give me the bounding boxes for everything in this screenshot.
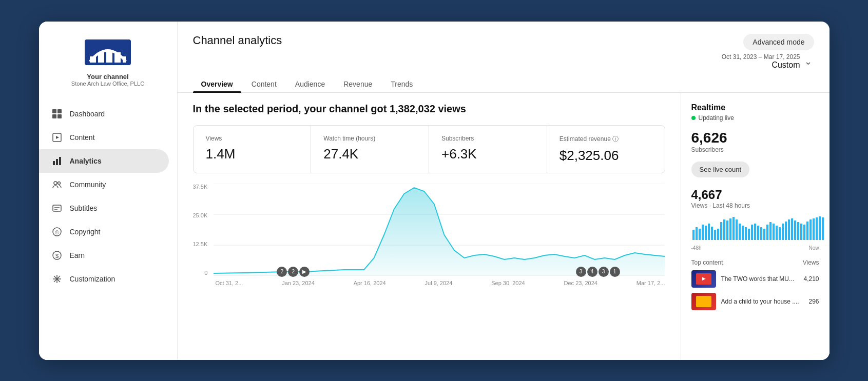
channel-logo (82, 37, 133, 68)
tab-revenue[interactable]: Revenue (335, 76, 380, 92)
svg-rect-17 (53, 205, 61, 211)
chart-badge-3b: 3 (599, 267, 609, 277)
stat-label-watchtime: Watch time (hours) (323, 135, 416, 142)
stat-card-subscribers: Subscribers +6.3K (429, 126, 547, 173)
tab-trends[interactable]: Trends (382, 76, 421, 92)
chart-badges-right: 3 4 3 1 (576, 267, 620, 277)
analytics-panel: In the selected period, your channel got… (178, 93, 681, 360)
mini-chart-labels: -48h Now (691, 245, 819, 251)
svg-rect-45 (732, 217, 735, 240)
advanced-mode-button[interactable]: Advanced mode (743, 34, 814, 50)
analytics-icon (51, 155, 63, 167)
tab-content[interactable]: Content (243, 76, 285, 92)
chart-wrapper: 37.5K 25.0K 12.5K 0 (193, 184, 665, 278)
svg-rect-37 (708, 224, 710, 240)
live-status: Updating live (691, 114, 819, 122)
svg-marker-11 (56, 136, 59, 139)
svg-rect-14 (59, 157, 61, 165)
svg-rect-72 (816, 217, 818, 240)
svg-rect-47 (739, 224, 741, 240)
svg-rect-52 (754, 224, 756, 240)
svg-rect-58 (773, 224, 775, 240)
channel-logo-area: Your channel Stone Arch Law Office, PLLC (39, 32, 177, 97)
channel-subtitle: Stone Arch Law Office, PLLC (71, 81, 144, 87)
sidebar-item-analytics[interactable]: Analytics (39, 149, 169, 173)
chart-badge-3: 3 (576, 267, 586, 277)
svg-rect-13 (56, 159, 58, 165)
svg-rect-55 (763, 229, 765, 240)
content-icon (51, 132, 63, 143)
sidebar-item-copyright[interactable]: © Copyright (39, 220, 169, 244)
page-header: Channel analytics Advanced mode Oct 31, … (178, 22, 830, 70)
customization-icon (51, 273, 63, 285)
svg-rect-41 (720, 222, 722, 240)
chart-badge-4: 4 (587, 267, 597, 277)
sidebar-item-dashboard[interactable]: Dashboard (39, 102, 169, 126)
copyright-icon: © (51, 226, 63, 237)
app-window: Your channel Stone Arch Law Office, PLLC… (39, 22, 830, 360)
sidebar-item-content[interactable]: Content (39, 126, 169, 149)
realtime-views-label: Views · Last 48 hours (691, 202, 819, 209)
stat-card-revenue: Estimated revenue ⓘ $2,325.06 (547, 126, 665, 173)
svg-rect-60 (779, 227, 781, 240)
svg-rect-69 (806, 222, 808, 240)
svg-rect-33 (696, 227, 698, 240)
realtime-panel: Realtime Updating live 6,626 Subscribers… (681, 93, 830, 360)
sidebar: Your channel Stone Arch Law Office, PLLC… (39, 22, 178, 360)
chart-area: 2 2 ▶ 3 4 3 1 (214, 184, 665, 278)
main-content-area: Channel analytics Advanced mode Oct 31, … (178, 22, 830, 360)
realtime-subscribers-value: 6,626 (691, 130, 819, 146)
sidebar-item-subtitles[interactable]: Subtitles (39, 196, 169, 220)
sidebar-item-customization[interactable]: Customization (39, 267, 169, 291)
stat-card-views: Views 1.4M (194, 126, 312, 173)
sidebar-item-earn[interactable]: $ Earn (39, 244, 169, 267)
svg-point-16 (57, 182, 60, 184)
svg-rect-8 (52, 114, 56, 118)
svg-rect-74 (822, 217, 824, 240)
content-title-0: The TWO words that MU... (721, 275, 799, 283)
svg-rect-9 (57, 114, 62, 118)
content-item-1: Add a child to your house .... 296 (691, 293, 819, 310)
revenue-info-icon[interactable]: ⓘ (612, 135, 619, 143)
tab-overview[interactable]: Overview (193, 76, 241, 92)
top-content-label: Top content (691, 259, 723, 266)
mini-chart-end: Now (808, 245, 819, 251)
content-thumb-0: ▶ (691, 270, 716, 288)
svg-rect-6 (52, 109, 56, 113)
sidebar-item-content-label: Content (70, 133, 95, 142)
sidebar-item-subtitles-label: Subtitles (70, 204, 98, 212)
svg-rect-61 (782, 224, 784, 240)
date-custom-label: Custom (722, 61, 800, 70)
sidebar-item-community-label: Community (70, 181, 106, 189)
dashboard-icon (51, 108, 63, 119)
svg-rect-38 (711, 227, 713, 240)
live-indicator-dot (691, 116, 696, 120)
top-content-views-header: Views (803, 259, 819, 266)
channel-name-label: Your channel (87, 73, 128, 81)
svg-rect-68 (803, 225, 805, 240)
main-chart-svg (214, 184, 665, 276)
tab-audience[interactable]: Audience (287, 76, 333, 92)
sidebar-navigation: Dashboard Content Analytics Community (39, 102, 177, 291)
stat-card-watchtime: Watch time (hours) 27.4K (311, 126, 429, 173)
see-live-count-button[interactable]: See live count (691, 162, 750, 177)
stat-value-views: 1.4M (206, 146, 299, 162)
svg-rect-65 (794, 220, 796, 240)
content-item-0: ▶ The TWO words that MU... 4,210 (691, 270, 819, 288)
sidebar-item-community[interactable]: Community (39, 173, 169, 196)
content-thumb-1 (691, 293, 716, 310)
svg-text:©: © (55, 229, 59, 235)
svg-rect-35 (702, 225, 704, 240)
svg-rect-43 (726, 220, 728, 240)
page-title: Channel analytics (193, 34, 282, 47)
stat-label-subscribers: Subscribers (441, 135, 534, 142)
svg-rect-2 (98, 52, 104, 63)
svg-rect-59 (776, 226, 778, 240)
stat-value-revenue: $2,325.06 (560, 148, 652, 164)
svg-rect-67 (800, 224, 802, 240)
date-picker-chevron[interactable]: ⌄ (804, 56, 812, 67)
svg-rect-64 (791, 218, 793, 240)
svg-rect-49 (745, 227, 747, 240)
svg-rect-42 (723, 219, 725, 240)
realtime-title: Realtime (691, 103, 819, 112)
